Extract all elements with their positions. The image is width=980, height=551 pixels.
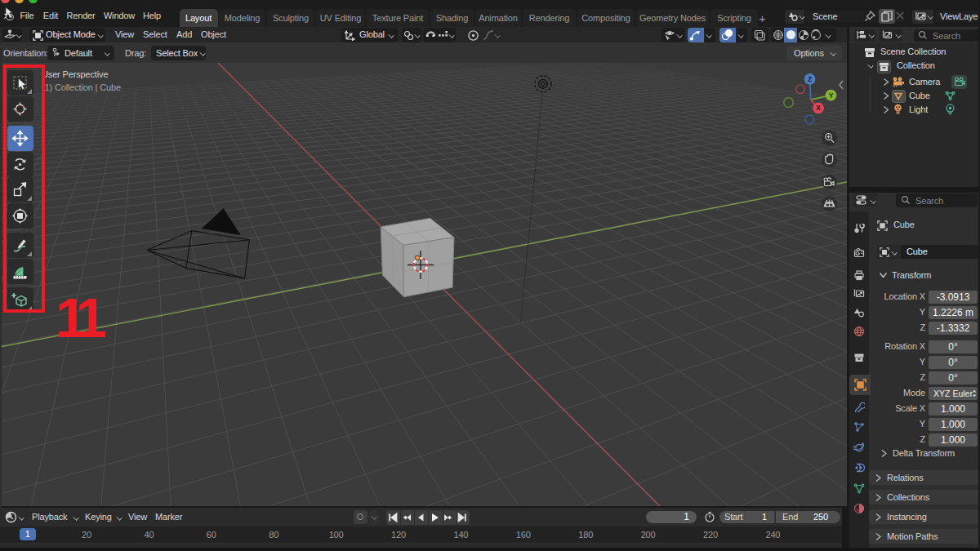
svg-text:Y: Y <box>829 91 834 100</box>
svg-text:X: X <box>816 104 821 112</box>
svg-text:Z: Z <box>808 75 812 83</box>
